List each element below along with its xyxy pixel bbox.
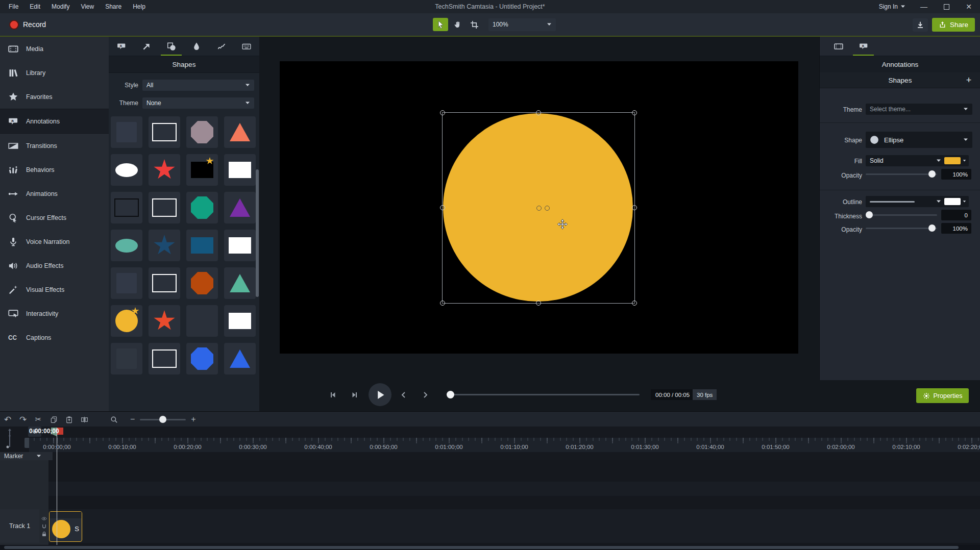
fill-opacity-value[interactable]: 100% [941, 169, 971, 180]
shape-tile-28[interactable] [224, 343, 256, 374]
sidebar-item-favorites[interactable]: Favorites [0, 85, 109, 109]
track-height-slider[interactable] [6, 428, 13, 449]
sidebar-item-captions[interactable]: CCCaptions [0, 326, 109, 349]
scrollbar-thumb[interactable] [4, 546, 959, 549]
style-select[interactable]: All [142, 80, 254, 91]
shape-tile-6[interactable] [149, 154, 180, 186]
resize-handle-w[interactable] [440, 205, 445, 210]
thickness-value[interactable]: 0 [941, 210, 971, 220]
tab-keystroke[interactable] [234, 37, 259, 56]
shape-tile-7[interactable] [186, 154, 218, 186]
tab-annotation-properties[interactable]: a [851, 37, 876, 56]
shape-tile-26[interactable] [149, 343, 180, 374]
shape-tile-18[interactable] [149, 267, 180, 299]
playback-scrubber[interactable] [448, 394, 640, 395]
sidebar-item-transitions[interactable]: Transitions [0, 134, 109, 158]
canvas-zoom-dropdown[interactable]: 100% [488, 18, 556, 31]
outline-opacity-value[interactable]: 100% [941, 223, 971, 234]
shape-tile-4[interactable] [224, 116, 256, 148]
shape-tile-14[interactable] [149, 230, 180, 261]
shape-tile-10[interactable] [149, 192, 180, 223]
crop-tool-button[interactable] [467, 18, 482, 31]
lock-icon[interactable] [41, 531, 47, 537]
redo-button[interactable]: ↷ [15, 413, 31, 426]
sidebar-item-annotations[interactable]: aAnnotations [0, 109, 109, 134]
next-frame-button[interactable] [346, 386, 363, 404]
share-button[interactable]: Share [932, 18, 975, 32]
shape-tile-19[interactable] [186, 267, 218, 299]
shape-tile-17[interactable] [111, 267, 142, 299]
play-button[interactable] [369, 383, 391, 406]
shape-tile-24[interactable] [224, 305, 256, 337]
slider-thumb[interactable] [928, 170, 936, 178]
shapes-panel-scrollbar[interactable] [256, 169, 259, 297]
cursor-tool-button[interactable] [433, 18, 448, 31]
close-button[interactable]: ✕ [958, 0, 980, 13]
resize-handle-n[interactable] [536, 110, 541, 115]
export-local-button[interactable] [913, 18, 928, 32]
record-button[interactable]: Record [5, 13, 50, 36]
shape-tile-20[interactable] [224, 267, 256, 299]
resize-handle-e[interactable] [632, 205, 637, 210]
undo-button[interactable]: ↶ [0, 413, 15, 426]
shape-tile-25[interactable] [111, 343, 142, 374]
fill-color-picker[interactable] [941, 155, 969, 166]
sidebar-item-interactivity[interactable]: Interactivity [0, 302, 109, 326]
tab-blur[interactable] [184, 37, 209, 56]
tab-arrows[interactable] [134, 37, 159, 56]
eye-icon[interactable] [41, 516, 47, 521]
menu-item-view[interactable]: View [76, 2, 99, 12]
resize-handle-sw[interactable] [440, 301, 445, 306]
theme-select[interactable]: None [142, 97, 254, 109]
maximize-button[interactable] [935, 0, 958, 13]
menu-item-edit[interactable]: Edit [25, 2, 45, 12]
theme-dropdown[interactable]: Select theme... [866, 104, 972, 115]
tab-media-properties[interactable] [826, 37, 851, 56]
cut-button[interactable]: ✂ [31, 413, 46, 426]
resize-handle-ne[interactable] [632, 110, 637, 115]
shape-tile-2[interactable] [149, 116, 180, 148]
outline-style-dropdown[interactable] [866, 196, 945, 207]
zoom-out-button[interactable]: − [130, 415, 135, 424]
shape-tile-13[interactable] [111, 230, 142, 261]
shape-tile-16[interactable] [224, 230, 256, 261]
track1-header[interactable]: Track 1 [0, 509, 39, 543]
selection-bounding-box[interactable] [442, 112, 635, 304]
track1-lane[interactable]: S [48, 509, 980, 543]
timeline-ruler[interactable]: 0:00:00;000:00:10;000:00:20;000:00:30;00… [29, 438, 980, 452]
tab-shapes[interactable] [159, 37, 184, 56]
video-stage[interactable] [280, 61, 798, 354]
sidebar-item-cursor-effects[interactable]: Cursor Effects [0, 206, 109, 230]
outline-color-picker[interactable] [941, 196, 969, 207]
paste-button[interactable] [61, 413, 77, 426]
shape-tile-11[interactable] [186, 192, 218, 223]
jump-forward-button[interactable] [416, 386, 434, 404]
resize-handle-se[interactable] [632, 301, 637, 306]
fill-type-dropdown[interactable]: Solid [866, 155, 945, 166]
sign-in-button[interactable]: Sign In [872, 3, 913, 10]
shape-tile-1[interactable] [111, 116, 142, 148]
shape-tile-5[interactable] [111, 154, 142, 186]
slider-thumb[interactable] [159, 416, 166, 423]
slider-thumb[interactable] [866, 211, 873, 218]
pan-tool-button[interactable] [450, 18, 465, 31]
tab-sketch-motion[interactable] [209, 37, 234, 56]
sidebar-item-behaviors[interactable]: Behaviors [0, 158, 109, 182]
add-shape-button[interactable]: + [963, 74, 974, 86]
sidebar-item-voice-narration[interactable]: Voice Narration [0, 230, 109, 254]
sidebar-item-audio-effects[interactable]: Audio Effects [0, 254, 109, 278]
timeline-zoom-slider[interactable] [140, 416, 186, 423]
shape-tile-15[interactable] [186, 230, 218, 261]
loop-icon[interactable] [41, 523, 47, 529]
playhead[interactable] [57, 428, 57, 545]
resize-handle-s[interactable] [536, 301, 541, 306]
fill-opacity-slider[interactable] [866, 170, 937, 178]
thickness-slider[interactable] [866, 211, 937, 218]
menu-item-file[interactable]: File [4, 2, 23, 12]
shape-tile-9[interactable] [111, 192, 142, 223]
menu-item-help[interactable]: Help [128, 2, 150, 12]
anchor-handle[interactable] [536, 206, 542, 211]
tab-callouts[interactable]: a [109, 37, 134, 56]
slider-thumb[interactable] [928, 224, 936, 232]
shape-tile-27[interactable] [186, 343, 218, 374]
